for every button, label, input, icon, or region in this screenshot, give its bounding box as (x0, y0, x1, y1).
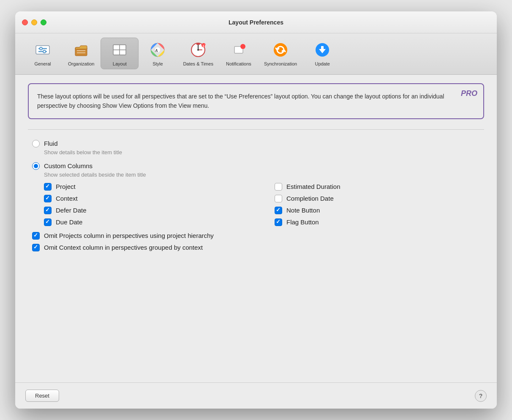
bottom-bar: Reset ? (15, 382, 497, 409)
toolbar-item-synchronization[interactable]: Synchronization (258, 38, 303, 69)
checkbox-row-flag-button: Flag Button (275, 218, 480, 226)
main-window: Layout Preferences General (15, 11, 497, 409)
toolbar-item-layout[interactable]: Layout (101, 38, 139, 69)
svg-point-2 (40, 47, 42, 50)
checkbox-row-project: Project (44, 183, 249, 191)
checkbox-row-defer-date: Defer Date (44, 207, 249, 214)
custom-columns-sublabel: Show selected details beside the item ti… (44, 172, 480, 178)
svg-text:A: A (155, 48, 158, 53)
svg-rect-0 (36, 46, 49, 54)
custom-columns-label: Custom Columns (44, 162, 93, 169)
columns-grid: Project Estimated Duration Context (44, 183, 480, 226)
svg-point-24 (274, 43, 287, 57)
checkbox-row-completion-date: Completion Date (275, 195, 480, 202)
checkbox-row-due-date: Due Date (44, 218, 249, 226)
custom-columns-option-group: Custom Columns Show selected details bes… (32, 162, 480, 251)
label-context: Context (56, 195, 78, 202)
general-label: General (34, 61, 51, 66)
checkbox-row-estimated-duration: Estimated Duration (275, 183, 480, 191)
dates-times-label: Dates & Times (183, 61, 213, 66)
divider (28, 129, 484, 130)
checkbox-note-button[interactable] (275, 207, 282, 214)
options-section: Fluid Show details below the item title … (28, 140, 484, 251)
label-due-date: Due Date (56, 218, 82, 226)
label-omit-projects: Omit Projects column in perspectives usi… (44, 232, 214, 239)
style-label: Style (153, 61, 163, 66)
checkbox-project[interactable] (44, 183, 52, 191)
label-estimated-duration: Estimated Duration (286, 183, 340, 190)
minimize-button[interactable] (31, 19, 37, 25)
pro-badge: PRO (461, 89, 477, 98)
maximize-button[interactable] (41, 19, 46, 25)
svg-point-18 (197, 49, 199, 51)
update-label: Update (315, 61, 330, 66)
custom-columns-radio[interactable] (32, 162, 40, 170)
checkbox-row-omit-projects: Omit Projects column in perspectives usi… (32, 232, 480, 240)
svg-point-23 (240, 44, 245, 49)
update-icon (313, 41, 332, 59)
window-title: Layout Preferences (229, 19, 283, 26)
organization-icon (72, 41, 90, 59)
layout-icon (110, 41, 129, 59)
custom-radio-row: Custom Columns (32, 162, 480, 170)
checkbox-row-note-button: Note Button (275, 207, 480, 214)
notifications-icon (229, 41, 248, 59)
toolbar-item-general[interactable]: General (24, 38, 62, 69)
toolbar-item-notifications[interactable]: Notifications (220, 38, 258, 69)
window-controls (22, 19, 46, 25)
label-note-button: Note Button (286, 207, 320, 214)
fluid-label: Fluid (44, 140, 58, 147)
checkbox-row-context: Context (44, 195, 249, 202)
checkbox-row-omit-context: Omit Context column in perspectives grou… (32, 244, 480, 251)
toolbar-item-update[interactable]: Update (303, 38, 341, 69)
omit-section: Omit Projects column in perspectives usi… (32, 232, 480, 251)
synchronization-label: Synchronization (264, 61, 297, 66)
main-content: PRO These layout options will be used fo… (15, 75, 497, 382)
svg-rect-19 (196, 43, 200, 45)
checkbox-context[interactable] (44, 195, 52, 202)
fluid-sublabel: Show details below the item title (44, 149, 480, 155)
notifications-label: Notifications (226, 61, 251, 66)
pro-notice-box: PRO These layout options will be used fo… (28, 83, 484, 119)
svg-text:17: 17 (202, 44, 206, 48)
reset-button[interactable]: Reset (25, 390, 59, 402)
checkbox-due-date[interactable] (44, 218, 52, 226)
label-omit-context: Omit Context column in perspectives grou… (44, 244, 203, 251)
toolbar-item-style[interactable]: A Style (139, 38, 177, 69)
organization-label: Organization (68, 61, 94, 66)
label-defer-date: Defer Date (56, 207, 87, 214)
checkbox-estimated-duration[interactable] (275, 183, 282, 191)
toolbar-item-organization[interactable]: Organization (62, 38, 101, 69)
checkbox-completion-date[interactable] (275, 195, 282, 202)
synchronization-icon (271, 41, 290, 59)
fluid-option-group: Fluid Show details below the item title (32, 140, 480, 155)
checkbox-omit-context[interactable] (32, 244, 40, 251)
style-icon: A (148, 41, 167, 59)
toolbar: General Organization (15, 33, 497, 75)
pro-notice-text: These layout options will be used for al… (37, 92, 458, 111)
layout-label: Layout (113, 61, 127, 66)
label-completion-date: Completion Date (286, 195, 334, 202)
help-button[interactable]: ? (475, 390, 487, 402)
toolbar-item-dates-times[interactable]: 17 Dates & Times (177, 38, 220, 69)
general-icon (33, 41, 52, 59)
checkbox-defer-date[interactable] (44, 207, 52, 214)
checkbox-omit-projects[interactable] (32, 232, 40, 240)
dates-times-icon: 17 (189, 41, 207, 59)
close-button[interactable] (22, 19, 28, 25)
svg-rect-27 (321, 46, 324, 49)
label-flag-button: Flag Button (286, 218, 319, 226)
svg-point-4 (43, 50, 46, 53)
label-project: Project (56, 183, 76, 190)
checkbox-flag-button[interactable] (275, 218, 282, 226)
title-bar: Layout Preferences (15, 11, 497, 33)
fluid-radio[interactable] (32, 140, 40, 147)
fluid-radio-row: Fluid (32, 140, 480, 147)
